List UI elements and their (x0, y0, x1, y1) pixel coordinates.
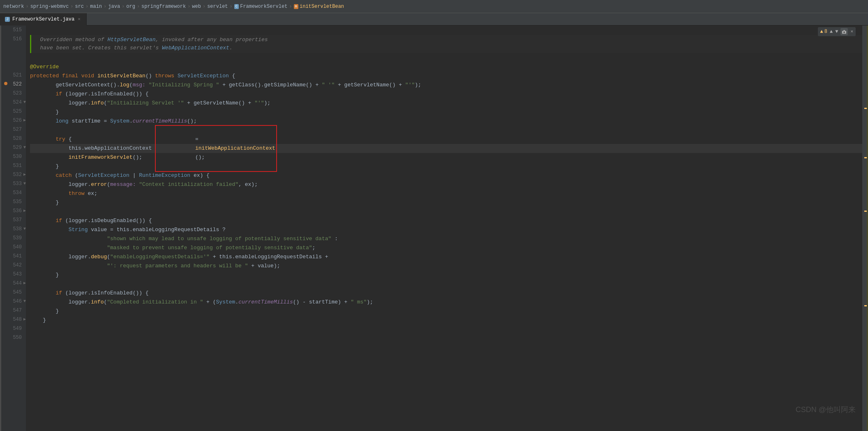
line-531: 531 (3, 161, 26, 170)
fold-icon-533[interactable]: ▼ (22, 181, 26, 186)
line-530: 530 (3, 152, 26, 161)
tab-frameworkservlet[interactable]: J FrameworkServlet.java × (0, 13, 87, 25)
tab-label: FrameworkServlet.java (12, 16, 74, 22)
code-line-542: logger. debug ( "enableLoggingRequestDet… (30, 253, 862, 262)
breakpoint-icon (4, 82, 7, 85)
fold-icon-536[interactable]: ▶ (22, 209, 26, 213)
code-line-539: String value = this.enableLoggingRequest… (30, 225, 862, 234)
fold-icon-532[interactable]: ▶ (22, 172, 26, 177)
code-line-548: } (30, 307, 862, 316)
red-box-highlight: = initWebApplicationContext (); (155, 125, 277, 172)
code-line-527: long startTime = System . currentTimeMil… (30, 117, 862, 126)
code-line-515 (30, 25, 862, 35)
warning-triangle-icon: ▲ (820, 29, 823, 35)
line-533: 533 ▼ (3, 179, 26, 188)
code-container: 515 516 517 521 522 523 524 ▼ 525 526 ▶ (3, 25, 868, 431)
line-521: 521 (3, 71, 26, 80)
code-line-533: catch ( ServletException | RuntimeExcept… (30, 171, 862, 180)
warning-panel: ▲ 8 ▲ ▼ × (818, 27, 856, 36)
line-516-517: 516 (3, 35, 26, 53)
breadcrumb-org[interactable]: org (126, 4, 135, 9)
file-icon: J (5, 17, 10, 22)
breadcrumb-class[interactable]: C FrameworkServlet (234, 4, 288, 9)
line-549: 549 (3, 324, 26, 333)
breadcrumb-spring[interactable]: spring-webmvc (30, 4, 69, 9)
code-line-550 (30, 325, 862, 334)
line-532: 532 ▶ (3, 170, 26, 179)
tab-close-button[interactable]: × (77, 17, 81, 22)
breadcrumb-network[interactable]: network (3, 4, 24, 9)
code-line-544: } (30, 271, 862, 280)
breadcrumb-main[interactable]: main (90, 4, 102, 9)
svg-marker-2 (843, 30, 845, 31)
tab-bar: J FrameworkServlet.java × (0, 13, 868, 25)
code-line-545 (30, 280, 862, 289)
breadcrumb-web[interactable]: web (192, 4, 201, 9)
line-538: 538 ▼ (3, 225, 26, 234)
code-line-546: if (logger.isInfoEnabled()) { (30, 289, 862, 298)
line-528: 528 (3, 134, 26, 143)
close-panel-button[interactable]: × (850, 29, 853, 34)
line-524: 524 ▼ (3, 98, 26, 107)
left-gutter-mark (0, 25, 1, 431)
breadcrumb-java[interactable]: java (108, 4, 120, 9)
editor-area[interactable]: ▲ 8 ▲ ▼ × 515 516 517 521 522 (3, 25, 868, 431)
line-515: 515 (3, 25, 26, 35)
code-line-517: have been set. Creates this servlet's We… (34, 44, 862, 52)
line-543: 543 (3, 270, 26, 279)
breadcrumb-servlet[interactable]: servlet (207, 4, 228, 9)
breadcrumb-src[interactable]: src (75, 4, 84, 9)
line-537: 537 (3, 216, 26, 225)
fold-icon-544[interactable]: ▶ (22, 281, 26, 286)
line-545: 545 (3, 288, 26, 297)
line-525: 525 (3, 107, 26, 116)
code-line-518 (30, 53, 862, 63)
fold-icon-538[interactable]: ▼ (22, 227, 26, 232)
code-line-534: logger. error ( message: "Context initia… (30, 180, 862, 189)
line-526: 526 ▶ (3, 116, 26, 125)
class-icon: C (234, 4, 239, 9)
breadcrumb-springframework[interactable]: springframework (141, 4, 186, 9)
line-548: 548 ▶ (3, 315, 26, 324)
camera-icon[interactable] (840, 28, 848, 35)
line-547: 547 (3, 306, 26, 315)
code-line-516: Overridden method of HttpServletBean, in… (34, 36, 862, 44)
line-534: 534 (3, 188, 26, 197)
fold-icon-546[interactable]: ▼ (22, 299, 26, 304)
code-line-537 (30, 207, 862, 216)
code-line-521: @Override (30, 63, 862, 72)
code-line-524: if (logger.isInfoEnabled()) { (30, 90, 862, 99)
fold-icon-526[interactable]: ▶ (22, 118, 26, 123)
line-523: 523 (3, 89, 26, 98)
fold-icon-548[interactable]: ▶ (22, 317, 26, 322)
svg-point-1 (843, 32, 845, 33)
code-line-538: if (logger.isDebugEnabled()) { (30, 216, 862, 225)
code-line-530: this.webApplicationContext = initWebAppl… (30, 144, 862, 153)
fold-icon-529[interactable]: ▼ (22, 145, 26, 150)
code-line-525: logger. info ( "Initializing Servlet '" … (30, 99, 862, 108)
breadcrumb-method[interactable]: m initServletBean (294, 4, 344, 9)
code-lines[interactable]: Overridden method of HttpServletBean, in… (26, 25, 862, 431)
line-522: 522 (3, 80, 26, 89)
right-margin-indicators (862, 25, 868, 431)
chevron-down-icon[interactable]: ▼ (835, 29, 838, 35)
line-535: 535 (3, 197, 26, 206)
code-line-540: "shown which may lead to unsafe logging … (30, 234, 862, 243)
warning-count[interactable]: ▲ 8 (820, 29, 827, 35)
chevron-up-icon[interactable]: ▲ (830, 29, 833, 35)
line-544: 544 ▶ (3, 279, 26, 288)
javadoc-comment-block: Overridden method of HttpServletBean, in… (30, 35, 862, 53)
code-line-549: } (30, 316, 862, 325)
code-line-523: getServletContext(). log ( msg: "Initial… (30, 81, 862, 90)
line-539: 539 (3, 234, 26, 243)
breadcrumb: network › spring-webmvc › src › main › j… (3, 4, 344, 9)
throw-keyword: throw (69, 189, 85, 198)
line-numbers: 515 516 517 521 522 523 524 ▼ 525 526 ▶ (3, 25, 26, 431)
method-icon: m (294, 4, 298, 9)
line-542: 542 (3, 261, 26, 270)
line-546: 546 ▼ (3, 297, 26, 306)
code-line-535: throw ex; (30, 189, 862, 198)
fold-icon-524[interactable]: ▼ (22, 100, 26, 105)
code-line-541: "masked to prevent unsafe logging of pot… (30, 243, 862, 253)
editor-main: ▲ 8 ▲ ▼ × 515 516 517 521 522 (0, 25, 868, 431)
